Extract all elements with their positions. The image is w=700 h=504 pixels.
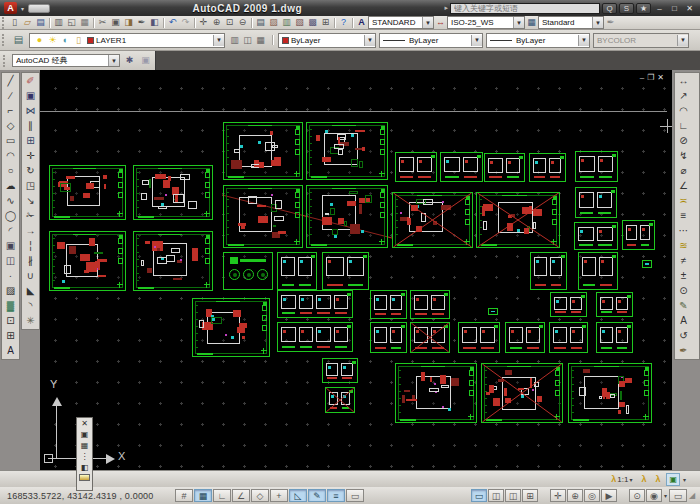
zoom-button[interactable]: ⊕	[567, 489, 583, 502]
workspace-save-icon[interactable]: ▣	[139, 55, 152, 67]
zoom-realtime-icon[interactable]: ⊕	[210, 17, 223, 29]
dim-arclength-icon[interactable]: ◠	[676, 104, 691, 118]
plot-preview-icon[interactable]: ◱	[65, 17, 78, 29]
layer-previous-icon[interactable]: ◫	[241, 34, 254, 46]
search-icon[interactable]: Q	[602, 3, 617, 14]
new-icon[interactable]: ▯	[8, 17, 21, 29]
favorites-star-icon[interactable]: ★	[636, 3, 651, 14]
maximize-button[interactable]: □	[668, 3, 681, 14]
offset-icon[interactable]: ∥	[23, 119, 38, 133]
dim-linear-icon[interactable]: ↔	[676, 74, 691, 88]
open-icon[interactable]: ▱	[21, 17, 34, 29]
quickcalc-icon[interactable]: ⊞	[319, 17, 332, 29]
quickview-layouts-button[interactable]: ⊞	[522, 489, 538, 502]
doc-minimize-icon[interactable]: –	[640, 73, 644, 82]
make-block-icon[interactable]: ◫	[3, 254, 18, 268]
stretch-icon[interactable]: ↘	[23, 194, 38, 208]
undo-icon[interactable]: ↶	[166, 17, 179, 29]
layer-states-icon[interactable]: ▦	[254, 34, 267, 46]
toolbar-grip[interactable]	[3, 55, 7, 67]
style-brush-icon[interactable]: ✒	[604, 17, 617, 29]
rectangle-icon[interactable]: ▭	[3, 134, 18, 148]
toolbar-grip[interactable]	[2, 34, 6, 46]
annotation-lock-button[interactable]: ◉	[646, 489, 662, 502]
grid-toggle[interactable]: ▦	[194, 489, 212, 502]
table-icon[interactable]: ⊞	[3, 329, 18, 343]
minibar-color-icon[interactable]	[79, 474, 90, 481]
publish-icon[interactable]: ▦	[78, 17, 91, 29]
copy-icon[interactable]: ▣	[23, 89, 38, 103]
extend-icon[interactable]: →	[23, 224, 38, 238]
dim-break-icon[interactable]: ≠	[676, 254, 691, 268]
markup-icon[interactable]: ▩	[306, 17, 319, 29]
polygon-icon[interactable]: ◇	[3, 119, 18, 133]
tool-palettes-icon[interactable]: ▥	[280, 17, 293, 29]
circle-icon[interactable]: ○	[3, 164, 18, 178]
plot-icon[interactable]: ▥	[52, 17, 65, 29]
workspace-settings-icon[interactable]: ✱	[123, 55, 136, 67]
floating-mini-toolbar[interactable]: ✕▣▦⋮◧	[76, 417, 93, 491]
matchprop-icon[interactable]: ✒	[135, 17, 148, 29]
polar-toggle[interactable]: ∠	[232, 489, 250, 502]
fillet-icon[interactable]: ◝	[23, 299, 38, 313]
annotation-scale-button[interactable]: λ 1:1 ▾	[608, 473, 635, 486]
hatch-icon[interactable]: ▨	[3, 284, 18, 298]
annotation-autoadd-button[interactable]: λ	[652, 473, 663, 486]
toolbar-grip[interactable]	[2, 17, 6, 29]
rotate-icon[interactable]: ↻	[23, 164, 38, 178]
close-button[interactable]: ✕	[683, 3, 696, 14]
paste-icon[interactable]: ◨	[122, 17, 135, 29]
minibar-icon[interactable]: ◧	[81, 463, 89, 472]
minimize-button[interactable]: –	[653, 3, 666, 14]
dim-aligned-icon[interactable]: ↗	[676, 89, 691, 103]
trim-icon[interactable]: ✁	[23, 209, 38, 223]
color-dropdown[interactable]: ByLayer▼	[278, 33, 376, 48]
otrack-toggle[interactable]: +	[270, 489, 288, 502]
dim-text-edit-icon[interactable]: A	[676, 314, 691, 328]
line-icon[interactable]: ╱	[3, 74, 18, 88]
sun-icon[interactable]: ☀	[46, 34, 59, 46]
workspace-dropdown[interactable]: AutoCAD 经典▼	[12, 54, 120, 67]
copy-clip-icon[interactable]: ▣	[109, 17, 122, 29]
pan-button[interactable]: ✛	[550, 489, 566, 502]
doc-restore-icon[interactable]: ❐	[647, 73, 654, 82]
revcloud-icon[interactable]: ☁	[3, 179, 18, 193]
zoom-previous-icon[interactable]: ⊖	[236, 17, 249, 29]
mirror-icon[interactable]: ⋈	[23, 104, 38, 118]
table-style-dropdown[interactable]: Standard▼	[538, 16, 604, 29]
lineweight-dropdown[interactable]: ByLayer▼	[486, 33, 590, 48]
dim-style-icon[interactable]: ✒	[676, 344, 691, 358]
gradient-icon[interactable]: ▓	[3, 299, 18, 313]
communication-center-icon[interactable]: S	[619, 3, 634, 14]
osnap-toggle[interactable]: ◇	[251, 489, 269, 502]
erase-icon[interactable]: ✐	[23, 74, 38, 88]
cut-icon[interactable]: ✂	[96, 17, 109, 29]
dim-edit-icon[interactable]: ✎	[676, 299, 691, 313]
insert-block-icon[interactable]: ▣	[3, 239, 18, 253]
ellipse-arc-icon[interactable]: ◜	[3, 224, 18, 238]
xline-icon[interactable]: ∕	[3, 89, 18, 103]
dim-baseline-icon[interactable]: ≡	[676, 209, 691, 223]
text-style-dropdown[interactable]: STANDARD▼	[368, 16, 434, 29]
region-icon[interactable]: ⊡	[3, 314, 18, 328]
clean-screen-button[interactable]: ▭	[669, 489, 687, 502]
sheetset-icon[interactable]: ▧	[293, 17, 306, 29]
dim-update-icon[interactable]: ↺	[676, 329, 691, 343]
linetype-dropdown[interactable]: ByLayer▼	[379, 33, 483, 48]
center-mark-icon[interactable]: ⊙	[676, 284, 691, 298]
showmotion-button[interactable]: ▶	[601, 489, 617, 502]
lock-icon[interactable]: ◐	[59, 34, 72, 46]
properties-icon[interactable]: ▤	[254, 17, 267, 29]
layer-manager-icon[interactable]: ▤	[11, 33, 26, 47]
lwt-toggle[interactable]: ≡	[327, 489, 345, 502]
point-icon[interactable]: ∙	[3, 269, 18, 283]
ducs-toggle[interactable]: ◺	[289, 489, 307, 502]
dim-continue-icon[interactable]: ⋯	[676, 224, 691, 238]
plot-state-icon[interactable]: ▯	[72, 34, 85, 46]
quick-dim-icon[interactable]: ≍	[676, 194, 691, 208]
save-icon[interactable]: ▤	[34, 17, 47, 29]
help-icon[interactable]: ?	[337, 17, 350, 29]
minibar-icon[interactable]: ⋮	[81, 452, 89, 461]
minibar-icon[interactable]: ▣	[81, 430, 89, 439]
array-icon[interactable]: ⊞	[23, 134, 38, 148]
